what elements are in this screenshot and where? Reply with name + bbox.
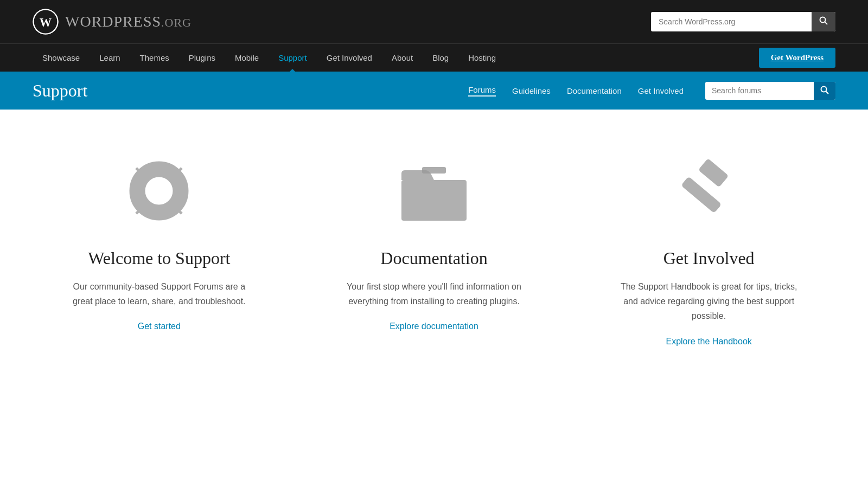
support-nav: Forums Guidelines Documentation Get Invo… <box>468 85 684 97</box>
svg-line-5 <box>825 22 828 25</box>
nav-item-about[interactable]: About <box>382 44 423 72</box>
support-title: Support <box>33 81 87 101</box>
top-search-button[interactable] <box>812 12 835 31</box>
nav-item-learn[interactable]: Learn <box>90 44 130 72</box>
card-support: Welcome to Support Our community-based S… <box>40 153 278 331</box>
svg-rect-14 <box>401 180 467 221</box>
logo-area[interactable]: W WordPress.org <box>33 9 192 35</box>
folder-icon <box>396 153 472 229</box>
wordpress-logo-icon: W <box>33 9 59 35</box>
nav-item-showcase[interactable]: Showcase <box>33 44 90 72</box>
top-search-box[interactable] <box>651 12 835 31</box>
support-search-input[interactable] <box>705 82 814 99</box>
hammer-icon <box>671 153 747 229</box>
card-support-desc: Our community-based Support Forums are a… <box>67 279 251 309</box>
logo-text: WordPress.org <box>65 13 192 30</box>
get-wordpress-button[interactable]: Get WordPress <box>759 48 835 68</box>
svg-point-9 <box>144 176 174 206</box>
main-nav: Showcase Learn Themes Plugins Mobile Sup… <box>0 43 868 72</box>
nav-item-themes[interactable]: Themes <box>130 44 179 72</box>
search-icon <box>819 16 828 25</box>
search-icon <box>820 86 829 94</box>
svg-point-6 <box>821 86 827 92</box>
card-get-involved: Get Involved The Support Handbook is gre… <box>590 153 828 346</box>
top-search-input[interactable] <box>651 13 812 30</box>
nav-item-get-involved[interactable]: Get Involved <box>317 44 382 72</box>
support-search-box[interactable] <box>705 82 835 100</box>
card-get-involved-link[interactable]: Explore the Handbook <box>666 337 751 346</box>
nav-item-plugins[interactable]: Plugins <box>179 44 225 72</box>
card-support-link[interactable]: Get started <box>138 322 181 331</box>
support-nav-get-involved[interactable]: Get Involved <box>638 86 684 95</box>
card-documentation-link[interactable]: Explore documentation <box>390 322 478 331</box>
nav-item-blog[interactable]: Blog <box>423 44 458 72</box>
support-nav-guidelines[interactable]: Guidelines <box>512 86 551 95</box>
svg-rect-16 <box>698 158 729 188</box>
card-documentation-title: Documentation <box>380 248 487 268</box>
lifesaver-icon <box>121 153 197 229</box>
support-nav-forums[interactable]: Forums <box>468 85 496 97</box>
card-get-involved-desc: The Support Handbook is great for tips, … <box>617 279 801 324</box>
card-documentation-desc: Your first stop where you'll find inform… <box>342 279 526 309</box>
nav-item-support[interactable]: Support <box>269 44 317 72</box>
svg-line-7 <box>826 91 829 94</box>
top-bar: W WordPress.org <box>0 0 868 43</box>
card-documentation: Documentation Your first stop where you'… <box>315 153 553 331</box>
card-get-involved-title: Get Involved <box>663 248 755 268</box>
support-search-button[interactable] <box>814 82 835 100</box>
nav-item-mobile[interactable]: Mobile <box>225 44 269 72</box>
support-nav-documentation[interactable]: Documentation <box>567 86 622 95</box>
svg-text:W: W <box>40 16 52 29</box>
nav-item-hosting[interactable]: Hosting <box>458 44 506 72</box>
svg-point-4 <box>820 17 826 23</box>
card-support-title: Welcome to Support <box>88 248 230 268</box>
support-bar: Support Forums Guidelines Documentation … <box>0 72 868 110</box>
main-content: Welcome to Support Our community-based S… <box>0 110 868 401</box>
svg-rect-15 <box>422 167 446 174</box>
nav-links: Showcase Learn Themes Plugins Mobile Sup… <box>33 44 506 72</box>
